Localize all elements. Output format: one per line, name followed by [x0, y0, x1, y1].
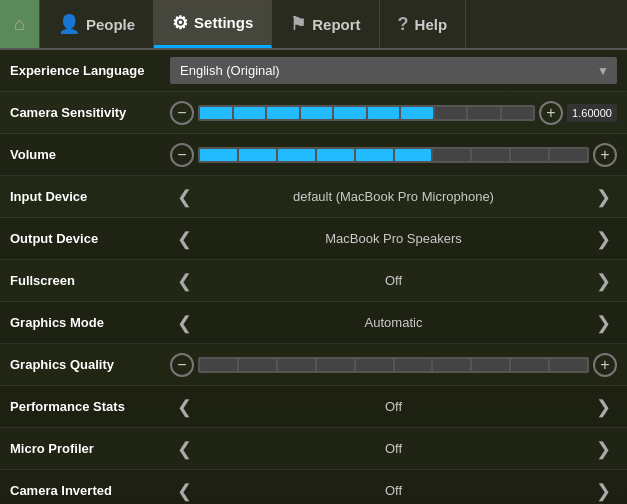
slider-bar-graphics-quality[interactable]	[198, 357, 589, 373]
slider-segments-graphics-quality	[198, 357, 589, 373]
slider-segment-5	[395, 359, 432, 371]
left-arrow-button-camera-inverted[interactable]: ❮	[170, 473, 198, 505]
increase-button-graphics-quality[interactable]: +	[593, 353, 617, 377]
slider-segment-2	[278, 149, 315, 161]
slider-segment-8	[468, 107, 500, 119]
select-experience-language[interactable]: English (Original)SpanishFrenchGermanPor…	[170, 57, 617, 84]
arrow-control-performance-stats: ❮Off❯	[170, 389, 617, 425]
help-icon: ?	[398, 14, 409, 35]
arrow-value-performance-stats: Off	[198, 399, 589, 414]
slider-segment-4	[356, 149, 393, 161]
slider-segment-7	[435, 107, 467, 119]
setting-label-graphics-quality: Graphics Quality	[10, 357, 170, 372]
slider-segment-5	[368, 107, 400, 119]
right-arrow-button-input-device[interactable]: ❯	[589, 179, 617, 215]
slider-bar-volume[interactable]	[198, 147, 589, 163]
nav-settings-label: Settings	[194, 14, 253, 31]
left-arrow-button-input-device[interactable]: ❮	[170, 179, 198, 215]
left-arrow-button-fullscreen[interactable]: ❮	[170, 263, 198, 299]
slider-segment-1	[239, 149, 276, 161]
setting-label-fullscreen: Fullscreen	[10, 273, 170, 288]
decrease-button-camera-sensitivity[interactable]: −	[170, 101, 194, 125]
slider-segment-1	[239, 359, 276, 371]
increase-button-volume[interactable]: +	[593, 143, 617, 167]
report-icon: ⚑	[290, 13, 306, 35]
setting-row-input-device: Input Device❮default (MacBook Pro Microp…	[0, 176, 627, 218]
setting-control-performance-stats: ❮Off❯	[170, 389, 617, 425]
setting-row-camera-sensitivity: Camera Sensitivity−+1.60000	[0, 92, 627, 134]
setting-label-camera-inverted: Camera Inverted	[10, 483, 170, 498]
decrease-button-volume[interactable]: −	[170, 143, 194, 167]
setting-control-camera-inverted: ❮Off❯	[170, 473, 617, 505]
slider-segment-2	[267, 107, 299, 119]
slider-segments-camera-sensitivity	[198, 105, 535, 121]
slider-segment-2	[278, 359, 315, 371]
slider-segment-9	[550, 359, 587, 371]
nav-home-button[interactable]: ⌂	[0, 0, 40, 48]
right-arrow-button-graphics-mode[interactable]: ❯	[589, 305, 617, 341]
setting-label-volume: Volume	[10, 147, 170, 162]
setting-control-graphics-quality: −+	[170, 353, 617, 377]
slider-control-camera-sensitivity: −+1.60000	[170, 101, 617, 125]
left-arrow-button-output-device[interactable]: ❮	[170, 221, 198, 257]
arrow-control-camera-inverted: ❮Off❯	[170, 473, 617, 505]
slider-segment-4	[356, 359, 393, 371]
setting-label-camera-sensitivity: Camera Sensitivity	[10, 105, 170, 120]
nav-settings-button[interactable]: ⚙ Settings	[154, 0, 272, 48]
nav-help-label: Help	[415, 16, 448, 33]
dropdown-experience-language: English (Original)SpanishFrenchGermanPor…	[170, 57, 617, 84]
setting-control-experience-language: English (Original)SpanishFrenchGermanPor…	[170, 57, 617, 84]
arrow-control-input-device: ❮default (MacBook Pro Microphone)❯	[170, 179, 617, 215]
left-arrow-button-micro-profiler[interactable]: ❮	[170, 431, 198, 467]
navbar: ⌂ 👤 People ⚙ Settings ⚑ Report ? Help	[0, 0, 627, 50]
arrow-value-micro-profiler: Off	[198, 441, 589, 456]
slider-segments-volume	[198, 147, 589, 163]
setting-control-camera-sensitivity: −+1.60000	[170, 101, 617, 125]
slider-segment-3	[317, 149, 354, 161]
arrow-value-graphics-mode: Automatic	[198, 315, 589, 330]
settings-icon: ⚙	[172, 12, 188, 34]
slider-segment-4	[334, 107, 366, 119]
slider-segment-5	[395, 149, 432, 161]
setting-label-input-device: Input Device	[10, 189, 170, 204]
right-arrow-button-output-device[interactable]: ❯	[589, 221, 617, 257]
right-arrow-button-micro-profiler[interactable]: ❯	[589, 431, 617, 467]
value-display-camera-sensitivity: 1.60000	[567, 104, 617, 122]
arrow-control-micro-profiler: ❮Off❯	[170, 431, 617, 467]
setting-row-graphics-mode: Graphics Mode❮Automatic❯	[0, 302, 627, 344]
setting-label-micro-profiler: Micro Profiler	[10, 441, 170, 456]
setting-row-volume: Volume−+	[0, 134, 627, 176]
decrease-button-graphics-quality[interactable]: −	[170, 353, 194, 377]
right-arrow-button-performance-stats[interactable]: ❯	[589, 389, 617, 425]
setting-row-graphics-quality: Graphics Quality−+	[0, 344, 627, 386]
nav-report-button[interactable]: ⚑ Report	[272, 0, 379, 48]
nav-people-label: People	[86, 16, 135, 33]
setting-row-fullscreen: Fullscreen❮Off❯	[0, 260, 627, 302]
slider-control-volume: −+	[170, 143, 617, 167]
nav-people-button[interactable]: 👤 People	[40, 0, 154, 48]
arrow-control-graphics-mode: ❮Automatic❯	[170, 305, 617, 341]
setting-row-camera-inverted: Camera Inverted❮Off❯	[0, 470, 627, 504]
increase-button-camera-sensitivity[interactable]: +	[539, 101, 563, 125]
left-arrow-button-performance-stats[interactable]: ❮	[170, 389, 198, 425]
right-arrow-button-fullscreen[interactable]: ❯	[589, 263, 617, 299]
setting-control-input-device: ❮default (MacBook Pro Microphone)❯	[170, 179, 617, 215]
slider-segment-0	[200, 359, 237, 371]
setting-control-output-device: ❮MacBook Pro Speakers❯	[170, 221, 617, 257]
nav-help-button[interactable]: ? Help	[380, 0, 467, 48]
slider-segment-6	[433, 149, 470, 161]
settings-panel: Experience LanguageEnglish (Original)Spa…	[0, 50, 627, 504]
slider-bar-camera-sensitivity[interactable]	[198, 105, 535, 121]
setting-row-micro-profiler: Micro Profiler❮Off❯	[0, 428, 627, 470]
slider-segment-3	[317, 359, 354, 371]
setting-control-micro-profiler: ❮Off❯	[170, 431, 617, 467]
slider-segment-9	[550, 149, 587, 161]
setting-control-graphics-mode: ❮Automatic❯	[170, 305, 617, 341]
arrow-control-output-device: ❮MacBook Pro Speakers❯	[170, 221, 617, 257]
slider-segment-3	[301, 107, 333, 119]
left-arrow-button-graphics-mode[interactable]: ❮	[170, 305, 198, 341]
slider-segment-1	[234, 107, 266, 119]
right-arrow-button-camera-inverted[interactable]: ❯	[589, 473, 617, 505]
slider-segment-7	[472, 149, 509, 161]
arrow-value-camera-inverted: Off	[198, 483, 589, 498]
